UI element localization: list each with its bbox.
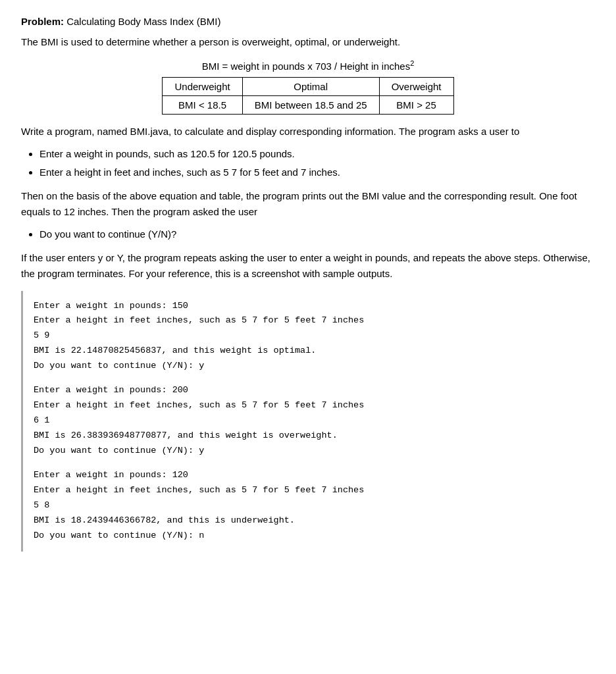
formula-superscript: 2 [410,59,414,67]
bmi-table: Underweight Optimal Overweight BMI < 18.… [162,77,453,115]
terminal-line: Do you want to continue (Y/N): y [34,444,584,459]
problem-label: Problem: [21,16,64,27]
bullet-item-height: Enter a height in feet and inches, such … [39,165,595,180]
write-text: Write a program, named BMI.java, to calc… [21,124,595,140]
if-text: If the user enters y or Y, the program r… [21,250,595,282]
terminal-line: BMI is 18.2439446366782, and this is und… [34,513,584,529]
terminal-blank-line [34,374,584,383]
terminal-line: Enter a height in feet inches, such as 5… [34,398,584,413]
terminal-line: 5 9 [34,328,584,344]
terminal-line: Enter a height in feet inches, such as 5… [34,483,584,498]
terminal-line: Do you want to continue (Y/N): y [34,359,584,374]
terminal-line: Enter a weight in pounds: 150 [34,299,584,314]
problem-container: Problem: Calculating Body Mass Index (BM… [21,16,595,552]
terminal-output: Enter a weight in pounds: 150Enter a hei… [21,291,595,552]
continue-bullet-item: Do you want to continue (Y/N)? [39,226,595,242]
terminal-line: Enter a weight in pounds: 200 [34,383,584,398]
table-cell-optimal: BMI between 18.5 and 25 [242,95,379,114]
terminal-line: BMI is 26.383936948770877, and this weig… [34,428,584,444]
table-header-underweight: Underweight [163,77,242,95]
terminal-line: BMI is 22.14870825456837, and this weigh… [34,344,584,359]
terminal-line: Enter a height in feet inches, such as 5… [34,313,584,328]
problem-header: Problem: Calculating Body Mass Index (BM… [21,16,595,27]
formula-container: BMI = weight in pounds x 703 / Height in… [21,59,595,115]
formula-text: BMI = weight in pounds x 703 / Height in… [21,59,595,72]
terminal-line: Do you want to continue (Y/N): n [34,529,584,544]
continue-bullet-list: Do you want to continue (Y/N)? [39,226,595,242]
table-cell-overweight: BMI > 25 [379,95,453,114]
problem-title: Calculating Body Mass Index (BMI) [64,16,220,27]
bullet-list: Enter a weight in pounds, such as 120.5 … [39,146,595,180]
terminal-line: Enter a weight in pounds: 120 [34,468,584,483]
then-text: Then on the basis of the above equation … [21,188,595,220]
table-cell-underweight: BMI < 18.5 [163,95,242,114]
terminal-line: 5 8 [34,498,584,513]
terminal-blank-line [34,459,584,468]
intro-text: The BMI is used to determine whether a p… [21,35,595,50]
table-header-overweight: Overweight [379,77,453,95]
terminal-line: 6 1 [34,413,584,428]
table-header-optimal: Optimal [242,77,379,95]
bullet-item-weight: Enter a weight in pounds, such as 120.5 … [39,146,595,162]
